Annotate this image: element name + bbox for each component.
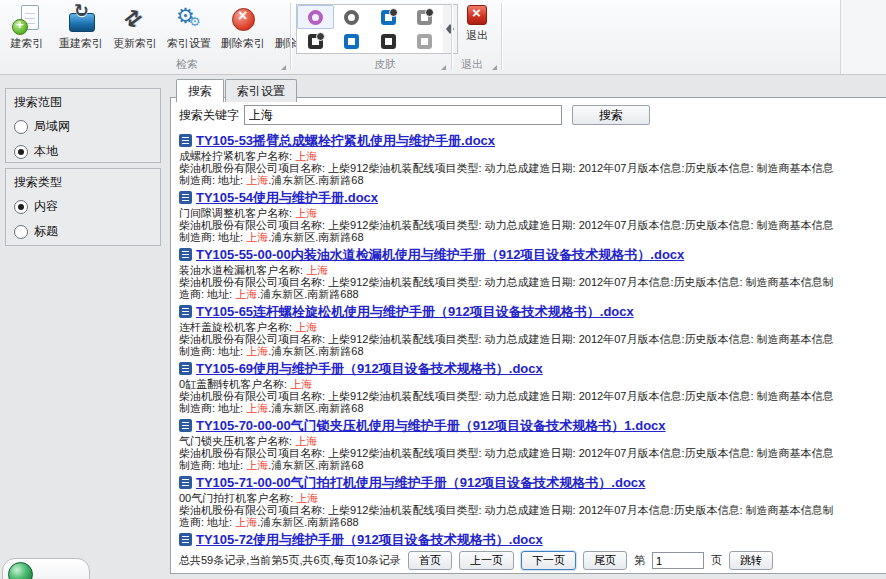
result-snippet-line: 0缸盖翻转机客户名称: 上海 <box>179 378 879 390</box>
tray-widget[interactable] <box>2 558 90 579</box>
result-title-row: TY105-55-00-00内装油水道检漏机使用与维护手册（912项目设备技术规… <box>179 247 879 262</box>
keyword-highlight: 上海 <box>295 150 317 162</box>
search-panel: 搜索关键字 搜索 TY105-53摇臂总成螺栓拧紧机使用与维护手册.docx成螺… <box>170 97 886 574</box>
skin-option-1[interactable] <box>297 5 334 29</box>
skin-option-5[interactable] <box>297 29 334 53</box>
keyword-highlight: 上海 <box>290 378 312 390</box>
chevron-up-icon <box>446 10 454 29</box>
result-item: TY105-70-00-00气门锁夹压机使用与维护手册（912项目设备技术规格书… <box>179 418 879 471</box>
result-snippet-line: 造商: 地址: 上海.浦东新区.南新路688 <box>179 288 879 300</box>
result-title-link[interactable]: TY105-69使用与维护手册（912项目设备技术规格书）.docx <box>196 360 543 378</box>
chevron-down-icon <box>446 29 454 48</box>
keyword-highlight: 上海 <box>296 492 318 504</box>
snippet-text: 制造商: 地址: <box>179 345 246 357</box>
skin-option-3[interactable] <box>370 5 407 29</box>
skin-option-8[interactable] <box>407 29 444 53</box>
ribbon-button-label: 更新索引 <box>113 36 157 51</box>
pager-summary: 总共59条记录,当前第5页,共6页,每页10条记录 <box>179 553 401 568</box>
snippet-text: 气门锁夹压机客户名称: <box>179 435 295 447</box>
skin-option-6[interactable] <box>334 29 371 53</box>
result-title-row: TY105-54使用与维护手册.docx <box>179 190 879 205</box>
title-radio[interactable]: 标题 <box>6 219 160 244</box>
snippet-text: .浦东新区.南新路68 <box>268 459 363 471</box>
result-title-link[interactable]: TY105-72使用与维护手册（912项目设备技术规格书）.docx <box>196 531 543 549</box>
result-snippet-line: 成螺栓拧紧机客户名称: 上海 <box>179 150 879 162</box>
tab-index-settings[interactable]: 索引设置 <box>225 79 297 102</box>
exit-button[interactable]: 退出 <box>455 5 499 43</box>
last-page-button[interactable]: 尾页 <box>583 551 627 570</box>
ribbon-button-label: 删除索引 <box>221 36 265 51</box>
snippet-text: 门间隙调整机客户名称: <box>179 207 295 219</box>
keyword-highlight: 上海 <box>235 288 257 300</box>
result-snippet-line: 气门锁夹压机客户名称: 上海 <box>179 435 879 447</box>
result-item: TY105-71-00-00气门拍打机使用与维护手册（912项目设备技术规格书）… <box>179 475 879 528</box>
index-settings-icon <box>174 4 204 34</box>
ribbon-right-panel <box>840 0 886 74</box>
delete-index-button[interactable]: 删除索引 <box>216 2 270 58</box>
snippet-text: 制造商: 地址: <box>179 231 246 243</box>
result-snippet-line: 门间隙调整机客户名称: 上海 <box>179 207 879 219</box>
skin-option-7[interactable] <box>370 29 407 53</box>
radio-icon <box>14 120 28 134</box>
skin-option-2[interactable] <box>334 5 371 29</box>
search-input[interactable] <box>244 105 562 125</box>
page-number-input[interactable] <box>652 552 704 569</box>
group-corner-icon <box>441 65 446 70</box>
search-row: 搜索关键字 搜索 <box>179 105 879 125</box>
keyword-highlight: 上海 <box>306 264 328 276</box>
tab-search[interactable]: 搜索 <box>176 79 224 102</box>
result-title-link[interactable]: TY105-55-00-00内装油水道检漏机使用与维护手册（912项目设备技术规… <box>196 246 684 264</box>
search-scope-group: 搜索范围 局域网本地 <box>5 88 161 163</box>
new-index-button[interactable]: 建索引 <box>0 2 54 58</box>
skin-thumbnail-icon <box>381 10 396 25</box>
keyword-highlight: 上海 <box>246 231 268 243</box>
keyword-highlight: 上海 <box>246 402 268 414</box>
word-doc-icon <box>179 191 192 204</box>
search-type-group: 搜索类型 内容标题 <box>5 168 161 246</box>
main-area: 搜索索引设置 搜索关键字 搜索 TY105-53摇臂总成螺栓拧紧机使用与维护手册… <box>168 76 886 579</box>
gallery-scroll-up-button[interactable] <box>446 10 454 24</box>
radio-label: 局域网 <box>34 118 70 135</box>
result-title-link[interactable]: TY105-71-00-00气门拍打机使用与维护手册（912项目设备技术规格书）… <box>196 474 645 492</box>
snippet-text: 00气门拍打机客户名称: <box>179 492 296 504</box>
skin-group-label: 皮肤 <box>350 57 420 72</box>
snippet-text: .浦东新区.南新路68 <box>268 402 363 414</box>
skin-thumbnail-icon <box>417 10 432 25</box>
prev-page-button[interactable]: 上一页 <box>459 551 514 570</box>
search-type-title: 搜索类型 <box>6 169 160 194</box>
result-item: TY105-53摇臂总成螺栓拧紧机使用与维护手册.docx成螺栓拧紧机客户名称:… <box>179 133 879 186</box>
result-item: TY105-54使用与维护手册.docx门间隙调整机客户名称: 上海柴油机股份有… <box>179 190 879 243</box>
rebuild-index-button[interactable]: 重建索引 <box>54 2 108 58</box>
tab-bar: 搜索索引设置 <box>176 79 298 102</box>
content-radio[interactable]: 内容 <box>6 194 160 219</box>
result-title-row: TY105-71-00-00气门拍打机使用与维护手册（912项目设备技术规格书）… <box>179 475 879 490</box>
goto-page-button[interactable]: 跳转 <box>729 551 773 570</box>
word-doc-icon <box>179 533 192 546</box>
result-snippet-line: 制造商: 地址: 上海.浦东新区.南新路68 <box>179 231 879 243</box>
index-settings-button[interactable]: 索引设置 <box>162 2 216 58</box>
next-page-button[interactable]: 下一页 <box>521 551 576 570</box>
first-page-button[interactable]: 首页 <box>408 551 452 570</box>
result-snippet-line: 制造商: 地址: 上海.浦东新区.南新路68 <box>179 345 879 357</box>
keyword-highlight: 上海 <box>246 345 268 357</box>
update-index-button[interactable]: 更新索引 <box>108 2 162 58</box>
result-title-link[interactable]: TY105-70-00-00气门锁夹压机使用与维护手册（912项目设备技术规格书… <box>196 417 666 435</box>
result-title-link[interactable]: TY105-54使用与维护手册.docx <box>196 189 378 207</box>
pager-buttons: 首页上一页下一页尾页 <box>408 551 627 570</box>
snippet-text: 制造商: 地址: <box>179 402 246 414</box>
result-snippet-line: 柴油机股份有限公司项目名称: 上柴912柴油机装配线项目类型: 动力总成建造日期… <box>179 219 879 231</box>
result-title-link[interactable]: TY105-53摇臂总成螺栓拧紧机使用与维护手册.docx <box>196 132 495 150</box>
lan-radio[interactable]: 局域网 <box>6 114 160 139</box>
search-button[interactable]: 搜索 <box>572 105 650 125</box>
sidebar: 搜索范围 局域网本地 搜索类型 内容标题 <box>0 76 168 579</box>
snippet-text: .浦东新区.南新路68 <box>268 231 363 243</box>
result-title-link[interactable]: TY105-65连杆螺栓旋松机使用与维护手册（912项目设备技术规格书）.doc… <box>196 303 634 321</box>
gallery-scroll-down-button[interactable] <box>446 34 454 48</box>
search-scope-options: 局域网本地 <box>6 114 160 164</box>
snippet-text: .浦东新区.南新路68 <box>268 345 363 357</box>
skin-option-4[interactable] <box>407 5 444 29</box>
group-corner-icon <box>281 65 286 70</box>
ribbon-button-label: 重建索引 <box>59 36 103 51</box>
result-item: TY105-72使用与维护手册（912项目设备技术规格书）.docx <box>179 532 879 547</box>
local-radio[interactable]: 本地 <box>6 139 160 164</box>
